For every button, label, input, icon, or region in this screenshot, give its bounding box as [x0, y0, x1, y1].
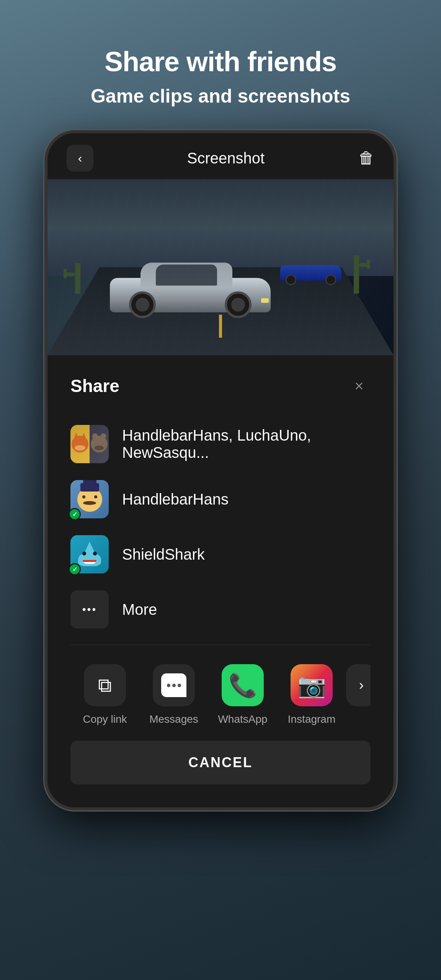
more-dots-icon: •••: [70, 590, 109, 629]
game-screenshot: [47, 179, 394, 355]
app-more-arrow[interactable]: ›: [346, 664, 371, 713]
instagram-icon: 📷: [297, 672, 326, 699]
cactus-left: [75, 263, 80, 294]
main-car: [110, 263, 271, 320]
app-whatsapp[interactable]: 📞 WhatsApp: [208, 664, 277, 725]
close-icon: ×: [354, 378, 363, 394]
handlebar-check-badge: [69, 508, 81, 520]
shieldshark-check-badge: [69, 563, 81, 575]
group-name: HandlebarHans, LuchaUno, NewSasqu...: [122, 427, 371, 461]
messages-label: Messages: [149, 713, 198, 725]
close-button[interactable]: ×: [348, 374, 371, 397]
instagram-label: Instagram: [288, 713, 336, 725]
trash-icon: 🗑: [358, 149, 374, 167]
share-header: Share ×: [70, 374, 371, 397]
whatsapp-label: WhatsApp: [218, 713, 267, 725]
app-icons-row: ⧉ Copy link Messages: [70, 653, 371, 733]
handlebar-avatar-container: [70, 480, 109, 518]
instagram-icon-wrapper: 📷: [291, 664, 333, 706]
group-avatar-right: [90, 425, 109, 463]
share-title: Share: [70, 376, 119, 396]
bg-car: [280, 265, 341, 288]
more-arrow-wrapper: ›: [346, 664, 371, 706]
right-arrow-icon: ›: [359, 677, 364, 693]
copy-link-icon-wrapper: ⧉: [84, 664, 126, 706]
page-container: Share with friends Game clips and screen…: [0, 0, 441, 980]
group-avatar-left: [70, 425, 90, 463]
phone-mockup: ‹ Screenshot 🗑: [44, 130, 397, 810]
group-avatar: [70, 425, 109, 463]
divider: [70, 645, 371, 645]
more-dots: •••: [82, 603, 97, 616]
app-messages[interactable]: Messages: [139, 664, 208, 725]
cactus-right: [354, 255, 359, 294]
share-panel: Share ×: [47, 355, 394, 807]
app-instagram[interactable]: 📷 Instagram: [277, 664, 346, 725]
friend-item-handlebar[interactable]: HandlebarHans: [70, 472, 371, 527]
whatsapp-icon-wrapper: 📞: [222, 664, 264, 706]
page-subtitle: Game clips and screenshots: [0, 85, 441, 107]
cancel-label: CANCEL: [188, 755, 253, 770]
sky-bg: [47, 179, 394, 276]
back-chevron-icon: ‹: [78, 151, 82, 165]
back-button[interactable]: ‹: [67, 145, 93, 172]
more-item[interactable]: ••• More: [70, 582, 371, 637]
phone-nav-bar: ‹ Screenshot 🗑: [47, 133, 394, 179]
whatsapp-icon: 📞: [229, 672, 257, 699]
shieldshark-name: ShieldShark: [122, 546, 205, 563]
friend-item-shieldshark[interactable]: ShieldShark: [70, 527, 371, 582]
nav-title: Screenshot: [187, 150, 265, 167]
messages-bubble-icon: [161, 673, 186, 697]
messages-icon-wrapper: [153, 664, 195, 706]
page-title: Share with friends: [0, 46, 441, 77]
copy-link-icon: ⧉: [98, 674, 112, 697]
cancel-button[interactable]: CANCEL: [70, 741, 371, 784]
friend-item-group[interactable]: HandlebarHans, LuchaUno, NewSasqu...: [70, 416, 371, 472]
app-copy-link[interactable]: ⧉ Copy link: [70, 664, 139, 725]
more-label: More: [122, 601, 157, 618]
handlebar-name: HandlebarHans: [122, 491, 229, 508]
page-header: Share with friends Game clips and screen…: [0, 0, 441, 130]
copy-link-label: Copy link: [83, 713, 127, 725]
trash-button[interactable]: 🗑: [358, 149, 374, 167]
shieldshark-avatar-container: [70, 535, 109, 573]
